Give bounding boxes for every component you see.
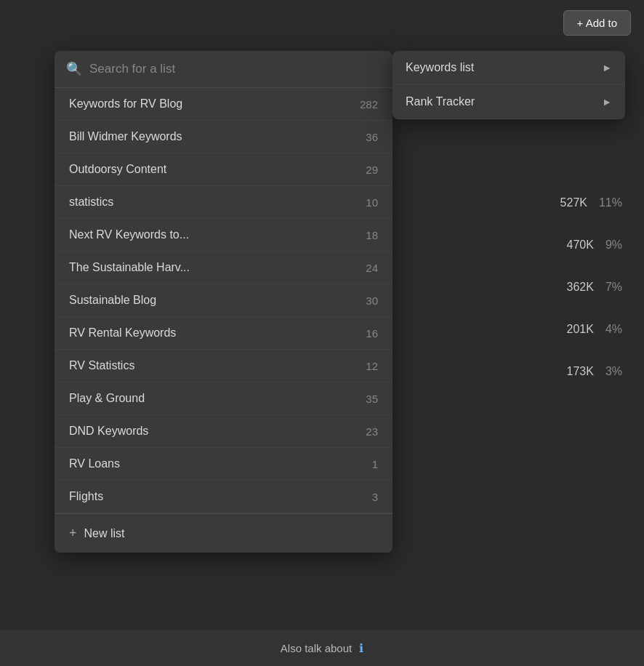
stat-value: 362K <box>567 281 594 294</box>
list-item-name: The Sustainable Harv... <box>69 261 190 274</box>
new-list-label: New list <box>84 527 125 540</box>
list-item-count: 10 <box>366 196 378 209</box>
stat-row: 173K 3% <box>560 365 622 378</box>
list-item-name: DND Keywords <box>69 425 148 438</box>
list-item-count: 29 <box>366 164 378 176</box>
list-items-container[interactable]: Keywords for RV Blog282Bill Widmer Keywo… <box>55 88 393 513</box>
list-item[interactable]: Flights3 <box>55 481 393 513</box>
list-item-name: statistics <box>69 196 113 209</box>
stat-row: 527K 11% <box>560 196 622 209</box>
list-item-count: 1 <box>372 458 378 470</box>
list-item[interactable]: statistics10 <box>55 186 393 219</box>
chevron-right-icon: ► <box>602 96 612 108</box>
list-item-name: RV Rental Keywords <box>69 326 176 340</box>
list-item[interactable]: The Sustainable Harv...24 <box>55 252 393 284</box>
submenu-item-rank-tracker[interactable]: Rank Tracker ► <box>393 85 625 119</box>
stat-percent: 3% <box>605 365 622 378</box>
search-icon: 🔍 <box>66 61 82 77</box>
list-item-count: 16 <box>366 327 378 340</box>
stat-percent: 9% <box>605 238 622 252</box>
list-item[interactable]: DND Keywords23 <box>55 415 393 448</box>
submenu-item-keywords-list[interactable]: Keywords list ► <box>393 51 625 85</box>
search-bar: 🔍 <box>55 51 393 88</box>
list-item[interactable]: Outdoorsy Content29 <box>55 153 393 186</box>
info-icon: ℹ <box>359 641 363 655</box>
stat-percent: 7% <box>605 281 622 294</box>
stat-percent: 11% <box>599 196 622 209</box>
list-item[interactable]: RV Statistics12 <box>55 350 393 382</box>
list-item-count: 282 <box>360 98 378 111</box>
list-item-count: 36 <box>366 131 378 143</box>
stat-value: 173K <box>567 365 594 378</box>
submenu-item-label: Keywords list <box>406 61 474 74</box>
list-item-name: Keywords for RV Blog <box>69 97 182 111</box>
submenu-item-label: Rank Tracker <box>406 95 475 108</box>
list-dropdown: 🔍 Keywords for RV Blog282Bill Widmer Key… <box>55 51 393 553</box>
list-item-name: RV Loans <box>69 457 120 470</box>
list-item-name: Next RV Keywords to... <box>69 228 189 241</box>
list-item-count: 35 <box>366 393 378 405</box>
add-to-button[interactable]: + Add to <box>563 10 631 36</box>
chevron-right-icon: ► <box>602 62 612 73</box>
stat-row: 201K 4% <box>560 323 622 336</box>
list-item[interactable]: Sustainable Blog30 <box>55 284 393 317</box>
plus-icon: + <box>69 526 77 541</box>
list-item[interactable]: Play & Ground35 <box>55 382 393 415</box>
submenu: Keywords list ► Rank Tracker ► <box>393 51 625 119</box>
list-item[interactable]: Keywords for RV Blog282 <box>55 88 393 121</box>
list-item[interactable]: RV Loans1 <box>55 448 393 481</box>
new-list-button[interactable]: + New list <box>55 513 393 553</box>
list-item[interactable]: RV Rental Keywords16 <box>55 317 393 350</box>
list-item-count: 23 <box>366 425 378 438</box>
search-input[interactable] <box>89 62 381 76</box>
list-item-name: Sustainable Blog <box>69 294 156 307</box>
stat-value: 470K <box>567 238 594 252</box>
list-item-count: 24 <box>366 262 378 274</box>
add-to-label: + Add to <box>577 17 617 29</box>
list-item-name: Flights <box>69 490 103 503</box>
list-item[interactable]: Bill Widmer Keywords36 <box>55 121 393 153</box>
also-talk-about-bar: Also talk about ℹ <box>0 630 644 666</box>
list-item-count: 18 <box>366 229 378 241</box>
background-stats: 527K 11% 470K 9% 362K 7% 201K 4% 173K 3% <box>560 196 622 378</box>
list-item-name: Play & Ground <box>69 392 145 405</box>
list-item-name: RV Statistics <box>69 359 134 372</box>
list-item-count: 3 <box>372 491 378 503</box>
stat-row: 470K 9% <box>560 238 622 252</box>
list-item-name: Bill Widmer Keywords <box>69 130 182 143</box>
list-item-count: 30 <box>366 294 378 307</box>
stat-value: 527K <box>560 196 587 209</box>
stat-value: 201K <box>567 323 594 336</box>
list-item-name: Outdoorsy Content <box>69 163 166 176</box>
also-bar-text: Also talk about <box>281 642 352 654</box>
list-item-count: 12 <box>366 360 378 372</box>
list-item[interactable]: Next RV Keywords to...18 <box>55 219 393 252</box>
stat-percent: 4% <box>605 323 622 336</box>
stat-row: 362K 7% <box>560 281 622 294</box>
